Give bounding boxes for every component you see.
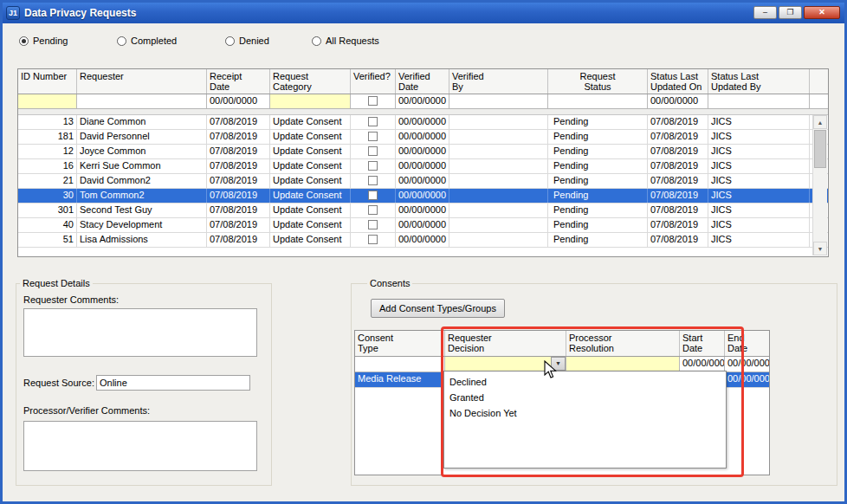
dropdown-option[interactable]: Declined	[444, 374, 726, 390]
requests-column-header-receipt-date[interactable]: Receipt Date	[207, 69, 270, 94]
requests-filter-status-last-updated-on[interactable]: 00/00/0000	[648, 94, 708, 108]
add-consent-types-button[interactable]: Add Consent Types/Groups	[371, 299, 505, 318]
scroll-thumb[interactable]	[814, 130, 826, 168]
requester-comments-input[interactable]	[23, 308, 257, 357]
requests-column-header-status-last-updated-on[interactable]: Status Last Updated On	[648, 69, 708, 94]
verified-checkbox[interactable]	[368, 146, 378, 156]
radio-all-requests[interactable]: All Requests	[312, 36, 379, 46]
requests-cell-status-last-updated-on: 07/08/2019	[648, 174, 708, 188]
requests-row[interactable]: 181David Personnel07/08/2019Update Conse…	[18, 130, 828, 145]
verified-checkbox[interactable]	[368, 132, 378, 141]
requests-column-header-verified-date[interactable]: Verified Date	[396, 69, 449, 94]
scroll-up-icon[interactable]: ▲	[813, 115, 827, 129]
request-status-filter: Pending Completed Denied All Requests	[3, 36, 844, 49]
requests-cell-requester: Joyce Common	[77, 145, 207, 158]
requests-cell-request-status: Pending	[548, 145, 648, 158]
requests-cell-request-status: Pending	[548, 130, 648, 144]
radio-pending[interactable]: Pending	[19, 36, 68, 46]
radio-completed[interactable]: Completed	[117, 36, 177, 46]
requests-cell-verified-date: 00/00/0000	[396, 233, 449, 247]
requests-cell-receipt-date: 07/08/2019	[207, 174, 270, 188]
grid-separator	[18, 109, 828, 115]
requests-column-header-status-last-updated-by[interactable]: Status Last Updated By	[708, 69, 810, 94]
requests-cell-status-last-updated-on: 07/08/2019	[648, 159, 708, 173]
requests-row[interactable]: 16Kerri Sue Common07/08/2019Update Conse…	[18, 159, 828, 174]
group-label: Request Details	[20, 279, 93, 288]
requests-cell-request-category: Update Consent	[270, 115, 351, 129]
requests-cell-id-number: 21	[18, 174, 77, 188]
requests-cell-status-last-updated-on: 07/08/2019	[648, 218, 708, 232]
requests-row[interactable]: 30Tom Common207/08/2019Update Consent00/…	[18, 189, 828, 204]
dropdown-option[interactable]: Granted	[444, 390, 726, 405]
requests-cell-verified	[351, 130, 396, 144]
requests-cell-request-category: Update Consent	[270, 145, 351, 158]
requests-cell-status-last-updated-by: JICS	[708, 218, 810, 232]
consents-column-header-consent-type[interactable]: Consent Type	[355, 331, 445, 356]
requests-column-header-id-number[interactable]: ID Number	[18, 69, 77, 94]
consents-column-header-requester-decision[interactable]: Requester Decision	[445, 331, 566, 356]
processor-comments-input[interactable]	[23, 421, 257, 471]
requests-cell-verified-by	[449, 233, 548, 247]
window-title: Data Privacy Requests	[24, 7, 136, 19]
consents-cell-consent-type: Media Release	[355, 372, 445, 387]
verified-checkbox[interactable]	[368, 191, 378, 200]
consents-group: Consents Add Consent Types/Groups Consen…	[351, 283, 837, 486]
verified-checkbox[interactable]	[368, 161, 378, 171]
requests-cell-verified-date: 00/00/0000	[396, 159, 449, 173]
requests-row[interactable]: 301Second Test Guy07/08/2019Update Conse…	[18, 204, 828, 218]
close-button[interactable]: ✕	[804, 6, 840, 19]
requests-filter-receipt-date[interactable]: 00/00/0000	[207, 94, 270, 108]
consents-filter-processor-resolution[interactable]	[566, 357, 680, 372]
consents-filter-end-date[interactable]: 00/00/0000	[725, 357, 770, 372]
consents-column-header-processor-resolution[interactable]: Processor Resolution	[566, 331, 680, 356]
requests-column-header-requester[interactable]: Requester	[77, 69, 207, 94]
requests-row[interactable]: 51Lisa Admissions07/08/2019Update Consen…	[18, 233, 828, 248]
minimize-button[interactable]: –	[753, 6, 777, 19]
requests-row[interactable]: 40Stacy Development07/08/2019Update Cons…	[18, 218, 828, 233]
requests-cell-verified-by	[449, 145, 548, 158]
requests-cell-request-status: Pending	[548, 174, 648, 188]
requests-filter-request-status[interactable]	[548, 94, 648, 108]
requests-cell-verified-by	[449, 189, 548, 203]
requests-filter-checkbox[interactable]	[368, 96, 378, 106]
requests-grid-scrollbar[interactable]: ▲ ▼	[812, 115, 827, 255]
consents-filter-consent-type[interactable]	[355, 357, 445, 372]
requests-filter-requester[interactable]	[77, 94, 207, 108]
requests-cell-receipt-date: 07/08/2019	[207, 189, 270, 203]
maximize-button[interactable]: ❐	[779, 6, 802, 19]
requests-cell-status-last-updated-by: JICS	[708, 174, 810, 188]
requests-column-header-request-category[interactable]: Request Category	[270, 69, 351, 94]
requests-filter-status-last-updated-by[interactable]	[708, 94, 810, 108]
requests-cell-verified	[351, 174, 396, 188]
requests-row[interactable]: 13Diane Common07/08/2019Update Consent00…	[18, 115, 828, 130]
requests-cell-verified-by	[449, 174, 548, 188]
scroll-down-icon[interactable]: ▼	[813, 242, 827, 255]
verified-checkbox[interactable]	[368, 220, 378, 229]
verified-checkbox[interactable]	[368, 235, 378, 244]
consents-column-header-end-date[interactable]: End Date	[725, 331, 769, 356]
requests-cell-id-number: 51	[18, 233, 77, 247]
verified-checkbox[interactable]	[368, 205, 378, 215]
requests-cell-verified	[351, 115, 396, 129]
verified-checkbox[interactable]	[368, 117, 378, 126]
requests-cell-status-last-updated-on: 07/08/2019	[648, 115, 708, 129]
requests-column-header-verified-by[interactable]: Verified By	[449, 69, 548, 94]
requests-column-header-verified[interactable]: Verified?	[351, 69, 396, 94]
requests-filter-verified[interactable]	[351, 94, 396, 108]
consents-column-header-start-date[interactable]: Start Date	[680, 331, 725, 356]
requests-row[interactable]: 12Joyce Common07/08/2019Update Consent00…	[18, 145, 828, 159]
dropdown-option[interactable]: No Decision Yet	[444, 405, 726, 421]
requests-column-header-request-status[interactable]: Request Status	[548, 69, 648, 94]
requests-filter-verified-date[interactable]: 00/00/0000	[396, 94, 449, 108]
consents-filter-start-date[interactable]: 00/00/0000	[680, 357, 725, 372]
requests-row[interactable]: 21David Common207/08/2019Update Consent0…	[18, 174, 828, 189]
verified-checkbox[interactable]	[368, 176, 378, 185]
requests-filter-verified-by[interactable]	[449, 94, 548, 108]
radio-dot	[117, 36, 126, 46]
radio-denied[interactable]: Denied	[225, 36, 269, 46]
requests-filter-request-category[interactable]	[270, 94, 351, 108]
request-source-input[interactable]	[96, 375, 250, 391]
requests-filter-id-number[interactable]	[18, 94, 77, 108]
requests-cell-request-category: Update Consent	[270, 218, 351, 232]
radio-label: All Requests	[326, 36, 379, 46]
